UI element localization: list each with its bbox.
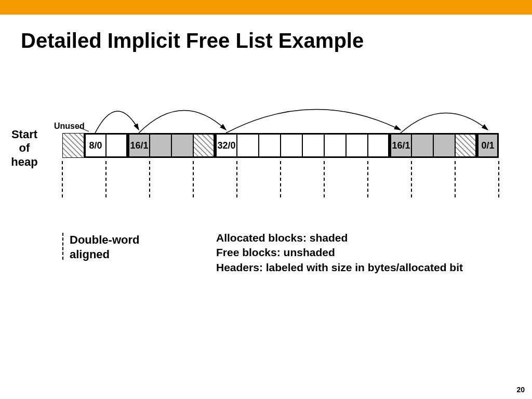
heap-cell-8 — [237, 133, 259, 158]
header-bar — [0, 0, 532, 15]
heap-cell-3: 16/1 — [128, 133, 150, 158]
heap-cell-10 — [281, 133, 302, 158]
heap-cell-4 — [150, 133, 171, 158]
heap-cell-6 — [193, 133, 215, 158]
legend-alignment-text: Double-wordaligned — [70, 233, 139, 261]
heap-cell-19: 0/1 — [477, 133, 499, 158]
heap-cell-12 — [324, 133, 346, 158]
alignment-guide — [498, 161, 499, 197]
alignment-guide — [105, 161, 107, 197]
heap-cell-2 — [106, 133, 128, 158]
alignment-guide — [149, 161, 150, 197]
heap-cell-14 — [368, 133, 390, 158]
heap-cell-13 — [346, 133, 368, 158]
heap-cell-5 — [171, 133, 193, 158]
heap-cell-0 — [62, 133, 84, 158]
heap-cell-17 — [433, 133, 455, 158]
legend-alignment-marker — [62, 233, 63, 260]
page-number: 20 — [516, 385, 525, 394]
alignment-guide — [411, 161, 412, 197]
heap-cell-18 — [455, 133, 477, 158]
heap-cell-9 — [259, 133, 281, 158]
heap-diagram: 8/016/132/016/10/1 — [62, 133, 520, 158]
alignment-guide — [236, 161, 237, 197]
block-link-arrows — [62, 83, 520, 135]
alignment-guide — [324, 161, 325, 197]
alignment-guide — [455, 161, 456, 197]
heap-start-label: Startofheap — [6, 128, 43, 169]
heap-cell-11 — [302, 133, 324, 158]
alignment-guide — [62, 161, 63, 197]
heap-cell-16 — [411, 133, 433, 158]
alignment-guide — [193, 161, 194, 197]
alignment-guide — [367, 161, 368, 197]
slide-title: Detailed Implicit Free List Example — [21, 29, 532, 52]
heap-cell-15: 16/1 — [390, 133, 411, 158]
heap-cell-1: 8/0 — [84, 133, 106, 158]
legend-key-text: Allocated blocks: shadedFree blocks: uns… — [216, 231, 463, 275]
alignment-guide — [280, 161, 281, 197]
heap-cell-7: 32/0 — [215, 133, 237, 158]
